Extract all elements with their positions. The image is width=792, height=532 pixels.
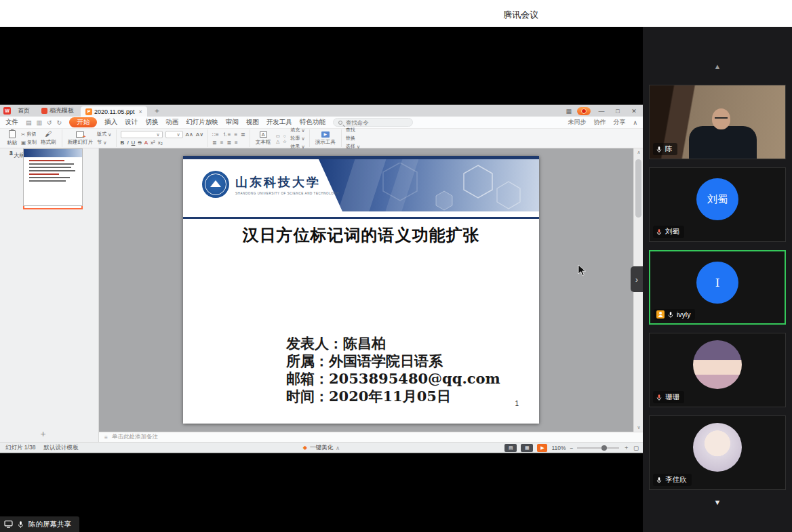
add-slide-button[interactable]: ＋ xyxy=(39,428,47,440)
menu-view[interactable]: 视图 xyxy=(246,118,259,127)
shapes-gallery[interactable]: ▭ ○ △ ☆ xyxy=(275,134,288,144)
collab-button[interactable]: 协作 xyxy=(593,118,606,127)
find-button[interactable]: 查找 xyxy=(346,127,361,134)
font-decrease-button[interactable]: A∨ xyxy=(196,131,203,138)
participant-tile-shanshan[interactable]: 珊珊 xyxy=(649,333,786,407)
superscript-button[interactable]: x² xyxy=(151,140,155,146)
bullets-button[interactable]: ∷≡ xyxy=(212,131,219,138)
view-normal-button[interactable]: ▤ xyxy=(504,444,517,452)
zoom-in-button[interactable]: ＋ xyxy=(623,444,629,452)
participant-name: 李佳欣 xyxy=(665,475,687,485)
command-search[interactable] xyxy=(333,118,413,127)
shape-outline-button[interactable]: 轮廓∨ xyxy=(290,135,305,142)
menu-features[interactable]: 特色功能 xyxy=(300,118,325,127)
tab-home[interactable]: 首页 xyxy=(13,105,35,117)
share-button[interactable]: 分享 xyxy=(613,118,625,127)
zoom-slider-handle[interactable] xyxy=(601,445,607,451)
align-left-button[interactable]: ≡ xyxy=(234,131,237,138)
participant-tile-liushu[interactable]: 刘蜀 刘蜀 xyxy=(649,167,786,242)
participant-tile-ivyly[interactable]: I ivyly xyxy=(649,250,786,325)
participant-tile-chen[interactable]: 陈 xyxy=(649,85,786,159)
caret-down-icon: ∨ xyxy=(103,140,107,146)
participant-tile-lijiaxin[interactable]: 李佳欣 xyxy=(649,415,786,490)
video-person-body xyxy=(689,126,757,159)
replace-button[interactable]: 替换 xyxy=(346,135,361,142)
copy-icon: ▣ xyxy=(21,140,26,146)
close-button[interactable]: ✕ xyxy=(629,108,639,115)
rect-shape-icon: ▭ xyxy=(275,134,281,138)
restore-button[interactable]: □ xyxy=(612,108,623,115)
slideshow-play-button[interactable]: ▶ xyxy=(537,444,547,452)
align-center-button[interactable]: ≣ xyxy=(241,131,245,138)
scroll-down-arrow[interactable]: ∨ xyxy=(634,425,643,430)
sync-status[interactable]: 未同步 xyxy=(568,118,586,127)
strikethrough-button[interactable]: S xyxy=(138,140,141,146)
align-right-button[interactable]: ≣ xyxy=(226,140,231,146)
menu-design[interactable]: 设计 xyxy=(125,118,138,127)
video-panel-collapse-handle[interactable]: › xyxy=(631,266,643,292)
cut-button[interactable]: ✂剪切 xyxy=(21,131,37,138)
font-color-button[interactable]: A xyxy=(144,140,148,146)
menu-animation[interactable]: 动画 xyxy=(165,118,178,127)
new-slide-button[interactable]: 新建幻灯片 xyxy=(66,131,95,146)
tab-document[interactable]: P 2020.11.05.ppt × xyxy=(81,106,147,117)
slide-thumbnail-4[interactable] xyxy=(23,148,83,206)
fit-window-button[interactable]: ▢ xyxy=(633,445,639,451)
ribbon-collapse-icon[interactable]: ∧ xyxy=(633,119,637,126)
zoom-slider[interactable] xyxy=(577,447,619,449)
format-painter-button[interactable]: 🖌 格式刷 xyxy=(39,131,58,146)
font-size-combo[interactable]: ∨ xyxy=(165,131,183,138)
menu-file[interactable]: 文件 xyxy=(5,118,18,127)
text-box-button[interactable]: A 文本框 xyxy=(254,131,273,146)
undo-icon[interactable]: ↺ xyxy=(47,119,52,126)
scroll-down-button[interactable]: ▼ xyxy=(643,498,792,506)
zoom-out-button[interactable]: − xyxy=(570,445,574,451)
participant-name: 陈 xyxy=(665,144,673,154)
indent-button[interactable]: ≣ xyxy=(212,140,217,146)
font-name-combo[interactable]: ∨ xyxy=(121,131,163,138)
subscript-button[interactable]: x₂ xyxy=(158,140,163,146)
bold-button[interactable]: B xyxy=(121,140,125,146)
menu-slideshow[interactable]: 幻灯片放映 xyxy=(186,118,218,127)
demo-tools-button[interactable]: ▶ 演示工具 xyxy=(314,131,337,146)
menu-review[interactable]: 审阅 xyxy=(226,118,239,127)
paste-button[interactable]: 粘贴 xyxy=(5,130,18,146)
justify-button[interactable]: ≡ xyxy=(235,140,238,146)
paste-label: 粘贴 xyxy=(7,140,17,146)
menu-transition[interactable]: 切换 xyxy=(145,118,158,127)
font-increase-button[interactable]: A∧ xyxy=(186,131,193,138)
university-name-en: SHANDONG UNIVERSITY OF SCIENCE AND TECHN… xyxy=(235,192,339,195)
tab-docer[interactable]: 稻壳模板 xyxy=(37,105,79,117)
minimize-button[interactable]: — xyxy=(596,108,607,115)
scroll-up-button[interactable]: ▲ xyxy=(643,62,792,70)
scroll-up-arrow[interactable]: ∧ xyxy=(634,150,643,155)
menu-start-active[interactable]: 开始 xyxy=(69,117,97,127)
menu-insert[interactable]: 插入 xyxy=(104,118,117,127)
line-spacing-button[interactable]: ≡ xyxy=(220,140,224,146)
slide-thumbnail-panel: 大纲 幻灯片 1 汉日方位标记词的语义功能扩张 xyxy=(0,148,99,442)
apps-grid-icon[interactable]: ▦ xyxy=(566,108,572,115)
redo-icon[interactable]: ↻ xyxy=(57,119,62,126)
caret-up-icon: ∧ xyxy=(336,445,340,451)
shape-fill-button[interactable]: 填充∨ xyxy=(290,127,305,134)
cut-icon: ✂ xyxy=(21,131,25,138)
search-input[interactable] xyxy=(346,119,410,126)
layout-button[interactable]: 版式∨ xyxy=(97,131,112,138)
scrollbar-thumb[interactable] xyxy=(635,159,641,218)
view-sorter-button[interactable]: ▦ xyxy=(521,444,533,452)
mic-icon xyxy=(17,520,24,529)
copy-button[interactable]: ▣复制 xyxy=(21,139,37,146)
print-icon[interactable]: ▥ xyxy=(37,119,43,126)
save-icon[interactable]: ▤ xyxy=(26,119,32,126)
tab-close-icon[interactable]: × xyxy=(138,108,142,115)
current-slide[interactable]: 山东科技大学 SHANDONG UNIVERSITY OF SCIENCE AN… xyxy=(183,156,539,424)
underline-button[interactable]: U xyxy=(132,140,136,146)
section-button[interactable]: 节∨ xyxy=(97,139,112,146)
new-tab-button[interactable]: ＋ xyxy=(149,106,165,116)
menu-devtools[interactable]: 开发工具 xyxy=(266,118,292,127)
beautify-button[interactable]: ◆ 一键美化 ∧ xyxy=(303,444,340,452)
italic-button[interactable]: I xyxy=(127,140,128,146)
notes-bar[interactable]: ≡ 单击此处添加备注 xyxy=(99,432,643,442)
member-promo-badge[interactable] xyxy=(577,107,591,115)
numbering-button[interactable]: ⒈≡ xyxy=(222,131,231,138)
